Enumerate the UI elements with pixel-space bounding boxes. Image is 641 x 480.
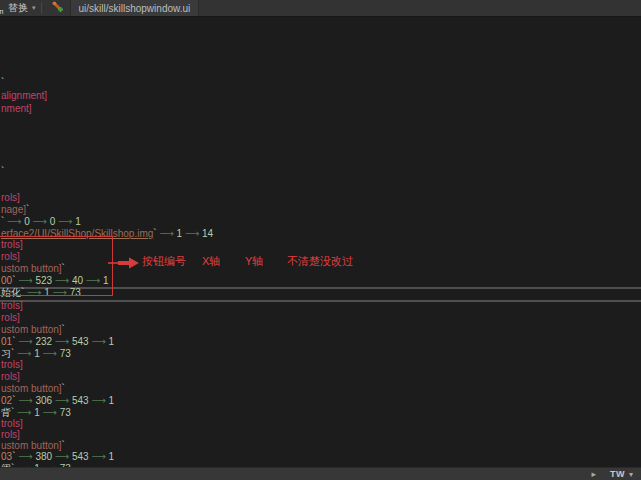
editor-window: 切 替换 ▾ ui/skill/skillshopwindow.ui `alig… (0, 0, 641, 480)
horizontal-rule-line (0, 300, 641, 302)
horizontal-rule-line (0, 287, 641, 289)
code-line: ` ⟶ 0 ⟶ 0 ⟶ 1 (1, 216, 81, 228)
tab-file[interactable]: ui/skill/skillshopwindow.ui (70, 0, 200, 16)
add-icon[interactable] (51, 0, 64, 17)
code-line: erface2/UI/SkillShop/Skillshop.img` ⟶ 1 … (1, 228, 213, 240)
code-line: ` (1, 166, 4, 178)
code-line: rols] (1, 251, 20, 263)
code-line: rols] (1, 192, 20, 204)
code-line: nage]` (1, 204, 29, 216)
code-line: ` (1, 77, 4, 89)
clipped-text-fragment: 切 (0, 3, 7, 14)
code-line: ustom button]` (1, 383, 65, 395)
tab-file-path: ui/skill/skillshopwindow.ui (79, 3, 191, 14)
code-line: rols] (1, 371, 20, 383)
replace-tool-button[interactable]: 替换 (8, 1, 28, 15)
language-indicator[interactable]: TW (610, 468, 625, 480)
editor-content[interactable]: `alignment]nment]`rols]nage]`` ⟶ 0 ⟶ 0 ⟶… (0, 17, 641, 467)
status-bar: ▸ TW ▾ (0, 467, 641, 480)
expand-icon[interactable]: ▸ (591, 468, 596, 480)
code-line: 03` ⟶ 380 ⟶ 543 ⟶ 1 (1, 451, 114, 463)
code-line: ustom button]` (1, 263, 65, 275)
code-line: trols] (1, 300, 23, 312)
toolbar-separator (41, 2, 42, 14)
code-line: ustom button]` (1, 324, 65, 336)
code-line: 02` ⟶ 306 ⟶ 543 ⟶ 1 (1, 395, 114, 407)
code-line: 始化` ⟶ 1 ⟶ 73 (1, 287, 81, 299)
code-line: rols] (1, 312, 20, 324)
code-line: alignment] (1, 90, 47, 102)
top-toolbar: 切 替换 ▾ ui/skill/skillshopwindow.ui (0, 0, 641, 17)
code-line: 01` ⟶ 232 ⟶ 543 ⟶ 1 (1, 336, 114, 348)
chevron-down-icon[interactable]: ▾ (32, 4, 36, 12)
code-line: nment] (1, 103, 32, 115)
code-line: trols] (1, 239, 23, 251)
chevron-down-icon[interactable]: ▾ (629, 468, 633, 480)
code-line: trols] (1, 359, 23, 371)
code-line: 00` ⟶ 523 ⟶ 40 ⟶ 1 (1, 275, 109, 287)
